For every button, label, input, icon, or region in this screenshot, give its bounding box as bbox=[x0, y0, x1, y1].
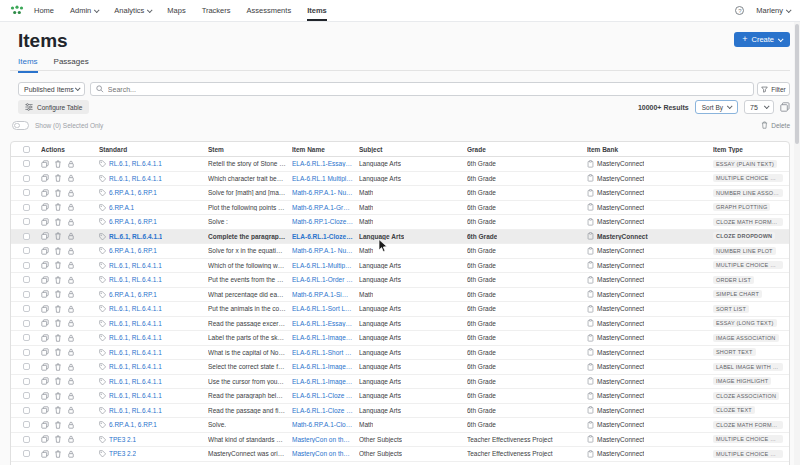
trash-icon[interactable] bbox=[54, 232, 62, 240]
row-checkbox[interactable] bbox=[23, 392, 30, 399]
table-row[interactable]: RL.6.1, RL.6.4.1.1 Use the cursor from y… bbox=[11, 375, 789, 390]
row-checkbox[interactable] bbox=[23, 305, 30, 312]
delete-button[interactable]: Delete bbox=[761, 121, 790, 129]
item-name-link[interactable]: Math-6.RP.A.1-Graph Plottin... bbox=[292, 204, 353, 211]
show-selected-toggle[interactable] bbox=[12, 121, 29, 130]
row-checkbox[interactable] bbox=[23, 407, 30, 414]
nav-assessments[interactable]: Assessments bbox=[247, 0, 292, 21]
standard-link[interactable]: 6.RP.A.1 bbox=[109, 204, 134, 211]
row-checkbox[interactable] bbox=[23, 436, 30, 443]
item-name-link[interactable]: ELA-6.RL.1-Image Highlight ... bbox=[292, 378, 353, 385]
item-name-link[interactable]: Math-6.RP.A.1- Number Line... bbox=[292, 247, 353, 254]
row-checkbox[interactable] bbox=[23, 218, 30, 225]
nav-maps[interactable]: Maps bbox=[167, 0, 185, 21]
row-checkbox[interactable] bbox=[23, 378, 30, 385]
trash-icon[interactable] bbox=[54, 450, 62, 458]
lock-icon[interactable] bbox=[67, 160, 75, 168]
table-row[interactable]: RL.6.1, RL.6.4.1.1 Select the correct st… bbox=[11, 360, 789, 375]
sort-by-button[interactable]: Sort By bbox=[695, 100, 738, 114]
table-row[interactable]: 6.RP.A.1, 6.RP.1 Solve for x in the equa… bbox=[11, 244, 789, 259]
standard-link[interactable]: 6.RP.A.1, 6.RP.1 bbox=[109, 218, 157, 225]
item-name-link[interactable]: ELA-6.RL.1-Cloze Associatio... bbox=[292, 392, 353, 399]
duplicate-icon[interactable] bbox=[41, 363, 49, 371]
standard-link[interactable]: RL.6.1, RL.6.4.1.1 bbox=[109, 349, 162, 356]
item-name-link[interactable]: ELA-6.RL.1-Short Text Traini... bbox=[292, 349, 353, 356]
table-row[interactable]: 6.RP.A.1 Plot the following points on th… bbox=[11, 201, 789, 216]
table-row[interactable]: RL.6.1, RL.6.4.1.1 Put the animals in th… bbox=[11, 302, 789, 317]
item-name-link[interactable]: MasteryCon on the Move #2 bbox=[292, 450, 353, 457]
trash-icon[interactable] bbox=[54, 160, 62, 168]
nav-home[interactable]: Home bbox=[34, 0, 54, 21]
table-row[interactable]: 6.RP.A.1, 6.RP.1 Solve for [math] and [m… bbox=[11, 186, 789, 201]
standard-link[interactable]: TPE3 2.1 bbox=[109, 436, 136, 443]
duplicate-icon[interactable] bbox=[41, 435, 49, 443]
table-row[interactable]: RL.6.1, RL.6.4.1.1 Label the parts of th… bbox=[11, 331, 789, 346]
standard-link[interactable]: RL.6.1, RL.6.4.1.1 bbox=[109, 334, 162, 341]
row-checkbox[interactable] bbox=[23, 363, 30, 370]
table-row[interactable]: 6.RP.A.1, 6.RP.1 Solve. Math-6.RP.A.1-Cl… bbox=[11, 418, 789, 433]
search-box[interactable] bbox=[90, 82, 754, 96]
lock-icon[interactable] bbox=[67, 305, 75, 313]
trash-icon[interactable] bbox=[54, 435, 62, 443]
standard-link[interactable]: TPE3 2.2 bbox=[109, 450, 136, 457]
duplicate-icon[interactable] bbox=[41, 406, 49, 414]
nav-admin[interactable]: Admin bbox=[70, 0, 98, 21]
standard-link[interactable]: 6.RP.A.1, 6.RP.1 bbox=[109, 189, 157, 196]
item-name-link[interactable]: ELA-6.RL.1-Image Associatio... bbox=[292, 334, 353, 341]
row-checkbox[interactable] bbox=[23, 189, 30, 196]
duplicate-icon[interactable] bbox=[41, 348, 49, 356]
duplicate-icon[interactable] bbox=[41, 319, 49, 327]
item-name-link[interactable]: ELA-6.RL.1-Essay Long Text ... bbox=[292, 320, 353, 327]
standard-link[interactable]: RL.6.1, RL.6.4.1.1 bbox=[109, 305, 162, 312]
duplicate-icon[interactable] bbox=[41, 247, 49, 255]
trash-icon[interactable] bbox=[54, 276, 62, 284]
published-items-select[interactable]: Published Items bbox=[18, 82, 85, 96]
lock-icon[interactable] bbox=[67, 290, 75, 298]
trash-icon[interactable] bbox=[54, 421, 62, 429]
trash-icon[interactable] bbox=[54, 406, 62, 414]
item-name-link[interactable]: Math-6.RP.1-Cloze Math For... bbox=[292, 218, 353, 225]
duplicate-icon[interactable] bbox=[41, 218, 49, 226]
lock-icon[interactable] bbox=[67, 421, 75, 429]
item-name-link[interactable]: ELA-6.RL.1 Multiple Choice ... bbox=[292, 175, 353, 182]
lock-icon[interactable] bbox=[67, 174, 75, 182]
lock-icon[interactable] bbox=[67, 203, 75, 211]
trash-icon[interactable] bbox=[54, 377, 62, 385]
standard-link[interactable]: RL.6.1, RL.6.4.1.1 bbox=[109, 392, 162, 399]
duplicate-icon[interactable] bbox=[41, 450, 49, 458]
trash-icon[interactable] bbox=[54, 290, 62, 298]
create-button[interactable]: + Create bbox=[734, 32, 790, 47]
table-row[interactable]: 6.RP.A.1, 6.RP.1 What percentage did eac… bbox=[11, 288, 789, 303]
standard-link[interactable]: 6.RP.A.1, 6.RP.1 bbox=[109, 291, 157, 298]
table-row[interactable]: RL.6.1, RL.6.4.1.1 Read the passage exce… bbox=[11, 317, 789, 332]
standard-link[interactable]: RL.6.1, RL.6.4.1.1 bbox=[109, 262, 162, 269]
table-row[interactable]: 6.RP.A.1, 6.RP.1 Solve : Math-6.RP.1-Clo… bbox=[11, 215, 789, 230]
table-row[interactable]: RL.6.1, RL.6.4.1.1 Retell the story of S… bbox=[11, 157, 789, 172]
nav-trackers[interactable]: Trackers bbox=[202, 0, 231, 21]
layers-icon[interactable] bbox=[780, 102, 790, 112]
filter-button[interactable]: Filter bbox=[757, 82, 790, 96]
standard-link[interactable]: RL.6.1, RL.6.4.1.1 bbox=[109, 363, 162, 370]
trash-icon[interactable] bbox=[54, 218, 62, 226]
nav-items[interactable]: Items bbox=[307, 0, 327, 21]
duplicate-icon[interactable] bbox=[41, 377, 49, 385]
scrollbar[interactable] bbox=[794, 22, 800, 465]
lock-icon[interactable] bbox=[67, 319, 75, 327]
lock-icon[interactable] bbox=[67, 450, 75, 458]
help-icon[interactable]: ? bbox=[735, 6, 744, 15]
lock-icon[interactable] bbox=[67, 406, 75, 414]
item-name-link[interactable]: ELA-6.RL.1-Image Dropdow... bbox=[292, 363, 353, 370]
nav-analytics[interactable]: Analytics bbox=[114, 0, 151, 21]
row-checkbox[interactable] bbox=[23, 175, 30, 182]
row-checkbox[interactable] bbox=[23, 233, 30, 240]
duplicate-icon[interactable] bbox=[41, 232, 49, 240]
duplicate-icon[interactable] bbox=[41, 203, 49, 211]
lock-icon[interactable] bbox=[67, 334, 75, 342]
duplicate-icon[interactable] bbox=[41, 305, 49, 313]
user-menu[interactable]: Marleny bbox=[756, 4, 790, 17]
row-checkbox[interactable] bbox=[23, 247, 30, 254]
trash-icon[interactable] bbox=[54, 189, 62, 197]
lock-icon[interactable] bbox=[67, 261, 75, 269]
configure-table-button[interactable]: Configure Table bbox=[18, 100, 89, 114]
row-checkbox[interactable] bbox=[23, 421, 30, 428]
